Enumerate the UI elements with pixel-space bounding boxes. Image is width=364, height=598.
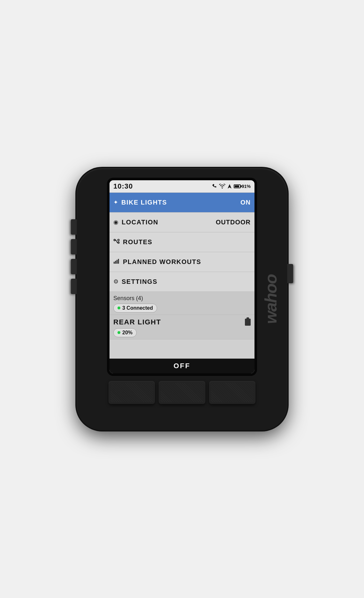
bottom-button-right[interactable] <box>209 381 255 404</box>
status-bar: 10:30 <box>110 180 254 193</box>
rear-light-green-dot <box>118 331 120 334</box>
status-icons: 91% <box>212 184 251 189</box>
side-buttons-left <box>71 219 77 294</box>
bike-lights-label: BIKE LIGHTS <box>121 199 240 206</box>
planned-workouts-icon <box>113 259 120 265</box>
svg-rect-6 <box>118 259 119 264</box>
planned-workouts-label: PLANNED WORKOUTS <box>123 258 251 266</box>
gps-icon <box>227 184 232 189</box>
menu-item-location[interactable]: ◉ LOCATION OUTDOOR <box>110 213 254 232</box>
menu-item-planned-workouts[interactable]: PLANNED WORKOUTS <box>110 252 254 272</box>
side-button-mid1[interactable] <box>71 239 77 254</box>
brand-label: wahoo <box>261 274 280 324</box>
bottom-button-left[interactable] <box>109 381 155 404</box>
bottom-buttons <box>109 381 255 404</box>
side-button-mid3[interactable] <box>71 279 77 294</box>
sensors-connected-label: 3 Connected <box>122 305 153 311</box>
svg-rect-5 <box>117 260 118 264</box>
routes-icon <box>113 239 120 245</box>
battery-fill <box>235 185 239 187</box>
screen: 10:30 <box>110 180 254 373</box>
location-icon: ◉ <box>113 219 118 226</box>
rear-light-battery-icon <box>245 319 251 326</box>
screen-bezel: 10:30 <box>107 178 257 376</box>
side-button-mid2[interactable] <box>71 259 77 274</box>
status-time: 10:30 <box>113 182 133 190</box>
bike-lights-value: ON <box>240 199 251 206</box>
location-label: LOCATION <box>122 219 216 226</box>
sensors-green-dot <box>118 307 120 309</box>
wifi-icon <box>219 184 225 189</box>
side-button-top[interactable] <box>71 219 77 235</box>
menu-item-bike-lights[interactable]: ✦ BIKE LIGHTS ON <box>110 193 254 213</box>
settings-label: SETTINGS <box>122 278 251 285</box>
bottom-label: OFF <box>174 362 191 370</box>
bottom-bar[interactable]: OFF <box>110 359 254 373</box>
sensors-title: Sensors (4) <box>113 295 251 302</box>
side-button-right[interactable] <box>287 264 293 283</box>
rear-light-battery-badge: 20% <box>113 328 137 337</box>
location-value: OUTDOOR <box>216 219 251 226</box>
battery-percent: 91% <box>242 184 251 189</box>
sensors-section[interactable]: Sensors (4) 3 Connected <box>110 292 254 315</box>
bike-lights-icon: ✦ <box>113 199 118 206</box>
sensors-connected-badge[interactable]: 3 Connected <box>113 304 157 313</box>
battery-icon <box>234 184 241 188</box>
menu-item-settings[interactable]: ⚙ SETTINGS <box>110 272 254 292</box>
svg-rect-4 <box>115 261 116 264</box>
menu-items: ✦ BIKE LIGHTS ON ◉ LOCATION OUTDOOR <box>110 193 254 359</box>
rear-light-section[interactable]: REAR LIGHT 20% <box>110 315 254 339</box>
phone-icon <box>212 184 217 189</box>
settings-icon: ⚙ <box>113 278 118 285</box>
rear-light-title: REAR LIGHT <box>113 318 161 326</box>
bottom-button-center[interactable] <box>159 381 205 404</box>
rear-light-battery-percent: 20% <box>122 330 133 336</box>
svg-rect-3 <box>114 262 115 264</box>
rear-light-header: REAR LIGHT <box>113 318 251 326</box>
svg-point-2 <box>118 239 119 241</box>
routes-label: ROUTES <box>123 238 251 246</box>
device: wahoo 10:30 <box>77 168 287 430</box>
menu-item-routes[interactable]: ROUTES <box>110 232 254 252</box>
battery-indicator: 91% <box>234 184 251 189</box>
